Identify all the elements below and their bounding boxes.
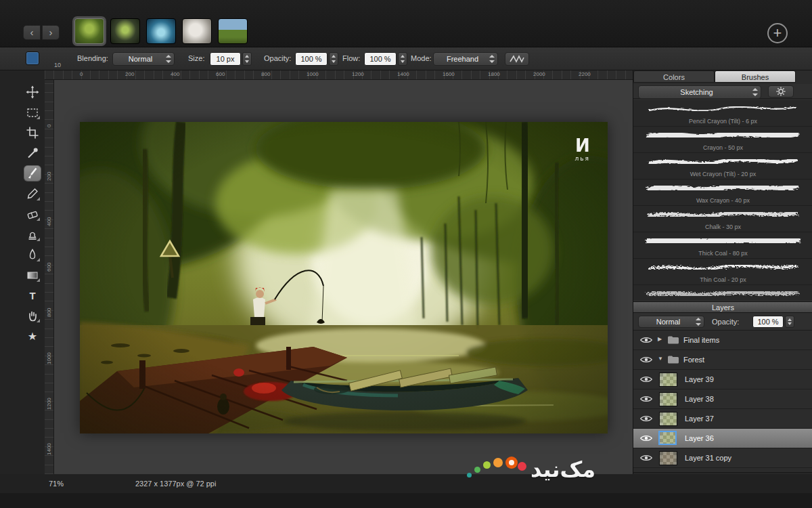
chevron-updown-icon: [694, 316, 702, 327]
brush-settings-button[interactable]: [768, 85, 794, 98]
move-icon: [26, 85, 39, 99]
brush-stroke-preview: [644, 207, 801, 223]
app-window: ‹ › + 10 Blending: Normal Size: 10 px Op…: [0, 0, 812, 508]
retouch-tool[interactable]: [24, 247, 41, 263]
visibility-eye-icon[interactable]: [640, 356, 652, 364]
doc-thumbnail-cave[interactable]: [146, 18, 176, 44]
eraser-tool[interactable]: [24, 206, 41, 222]
chevron-updown-icon: [750, 87, 759, 98]
brush-item[interactable]: Wax Crayon - 40 px: [633, 179, 812, 206]
watermark-text: مک‌نید: [531, 457, 595, 482]
type-tool[interactable]: T: [24, 287, 41, 303]
shapes-tool[interactable]: ★: [24, 328, 41, 344]
doc-thumbnail-orchid[interactable]: [110, 18, 140, 44]
add-document-button[interactable]: +: [767, 23, 788, 43]
paint-brush-tool[interactable]: [24, 165, 41, 182]
layer-row-38[interactable]: Layer 38: [633, 389, 812, 409]
brush-stroke-preview: [644, 259, 801, 276]
layer-opacity-stepper[interactable]: [785, 316, 794, 328]
brush-stroke-preview: [644, 286, 801, 300]
layer-row-forest[interactable]: ▼ Forest: [633, 350, 812, 370]
tab-colors[interactable]: Colors: [633, 70, 715, 83]
size-stepper[interactable]: [242, 52, 252, 66]
canvas-area[interactable]: И лья: [54, 80, 633, 474]
layer-row-39[interactable]: Layer 39: [633, 370, 812, 389]
pencil-tool[interactable]: [24, 186, 41, 202]
tool-options-bar: 10 Blending: Normal Size: 10 px Opacity:…: [0, 47, 812, 70]
brush-category-select[interactable]: Sketching: [638, 85, 761, 99]
brush-list: Pencil Crayon (Tilt) - 6 px Crayon - 50 …: [633, 100, 812, 300]
brush-item[interactable]: [633, 285, 812, 300]
artist-signature: И лья: [575, 137, 590, 162]
color-swatch[interactable]: [26, 51, 39, 65]
doc-thumbnail-forest[interactable]: [74, 18, 104, 44]
type-icon: T: [29, 290, 35, 301]
gradient-tool[interactable]: [24, 267, 41, 283]
eraser-icon: [26, 207, 39, 221]
blending-select[interactable]: Normal: [112, 52, 175, 66]
stamp-icon: [26, 228, 39, 241]
opacity-input[interactable]: 100 %: [295, 52, 328, 66]
visibility-eye-icon[interactable]: [640, 395, 652, 403]
doc-thumbnail-landscape[interactable]: [218, 18, 248, 44]
doc-thumbnail-cat[interactable]: [182, 18, 212, 44]
back-button[interactable]: ‹: [23, 25, 41, 40]
stroke-style-button[interactable]: [505, 52, 529, 66]
hand-tool[interactable]: [24, 308, 41, 324]
opacity-stepper[interactable]: [329, 52, 338, 66]
crop-tool[interactable]: [24, 125, 41, 141]
disclosure-expanded-icon[interactable]: ▼: [658, 356, 663, 362]
vertical-ruler: 0 200 400 600 800 1000 1200 1400: [45, 80, 54, 474]
brush-item[interactable]: Chalk - 30 px: [633, 206, 812, 232]
eyedropper-tool[interactable]: [24, 145, 41, 161]
brush-category-value: Sketching: [639, 88, 750, 96]
nav-group: ‹ ›: [23, 25, 60, 40]
tab-brushes[interactable]: Brushes: [715, 70, 796, 83]
move-tool[interactable]: [24, 84, 41, 100]
brush-item[interactable]: Crayon - 50 px: [633, 127, 812, 153]
horizontal-ruler: 0 200 400 600 800 1000 1200 1400 1600 18…: [45, 70, 633, 80]
layers-header: Layers: [633, 301, 812, 313]
swatch-size-label: 10: [54, 62, 61, 68]
canvas-artwork[interactable]: И лья: [80, 122, 608, 433]
layers-controls: Normal Opacity: 100 %: [633, 313, 812, 331]
mode-value: Freehand: [434, 55, 487, 63]
chevron-updown-icon: [164, 54, 173, 64]
title-bar: ‹ › +: [0, 0, 812, 47]
document-dimensions: 2327 x 1377px @ 72 ppi: [135, 480, 216, 488]
flow-stepper[interactable]: [398, 52, 407, 66]
layer-blend-select[interactable]: Normal: [638, 316, 704, 328]
layer-thumbnail: [659, 373, 677, 387]
blending-value: Normal: [113, 55, 164, 63]
clone-stamp-tool[interactable]: [24, 226, 41, 242]
zoom-level[interactable]: 71%: [49, 480, 64, 488]
right-panel: Colors Brushes Sketching: [633, 70, 812, 492]
mode-select[interactable]: Freehand: [433, 52, 498, 66]
brush-item[interactable]: Thin Coal - 20 px: [633, 259, 812, 285]
pencil-icon: [26, 187, 39, 200]
disclosure-collapsed-icon[interactable]: ▶: [658, 336, 662, 342]
panel-tabbar: Colors Brushes: [633, 70, 796, 83]
size-input[interactable]: 10 px: [210, 52, 241, 66]
brush-item[interactable]: Pencil Crayon (Tilt) - 6 px: [633, 100, 812, 127]
forward-button[interactable]: ›: [42, 25, 60, 40]
visibility-eye-icon[interactable]: [640, 375, 652, 383]
layer-row-final-items[interactable]: ▶ Final items: [633, 331, 812, 350]
brush-stroke-preview: [644, 127, 801, 144]
mode-label: Mode:: [411, 54, 432, 62]
selection-tool[interactable]: [24, 104, 41, 121]
brush-item[interactable]: Thick Coal - 80 px: [633, 232, 812, 259]
layer-thumbnail-selected: [658, 431, 677, 445]
brush-item[interactable]: Wet Crayon (Tilt) - 20 px: [633, 153, 812, 179]
visibility-eye-icon[interactable]: [640, 415, 652, 423]
size-label: Size:: [188, 54, 204, 62]
eyedropper-icon: [26, 146, 39, 160]
layer-row-37[interactable]: Layer 37: [633, 409, 812, 429]
window-bottom-edge: [0, 493, 812, 508]
brush-stroke-preview: [644, 180, 801, 196]
flow-input[interactable]: 100 %: [364, 52, 397, 66]
visibility-eye-icon[interactable]: [640, 434, 652, 442]
visibility-eye-icon[interactable]: [640, 336, 652, 344]
layer-row-36-selected[interactable]: Layer 36: [633, 429, 812, 448]
layer-opacity-input[interactable]: 100 %: [752, 316, 784, 328]
